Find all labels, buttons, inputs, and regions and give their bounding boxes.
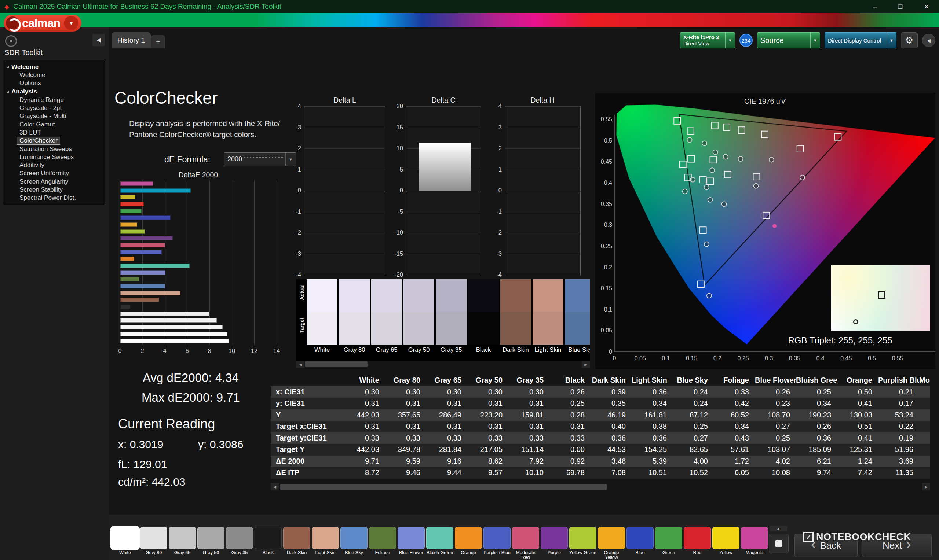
tab-history-1[interactable]: History 1 <box>111 32 151 48</box>
calman-logo-menu[interactable]: calman ▼ <box>4 15 82 32</box>
results-table: WhiteGray 80Gray 65Gray 50Gray 35BlackDa… <box>271 375 930 478</box>
bottom-swatch-yellow[interactable]: Yellow <box>712 527 740 560</box>
sidebar-item-label: Additivity <box>19 162 45 169</box>
sidebar-item-dynamic-range[interactable]: Dynamic Range <box>3 96 105 104</box>
svg-text:0: 0 <box>613 355 616 362</box>
scroll-left-icon[interactable]: ◀ <box>271 483 279 490</box>
bottom-swatch-orange[interactable]: Orange <box>455 527 482 560</box>
sidebar-item-screen-uniformity[interactable]: Screen Uniformity <box>3 169 105 177</box>
axis-tick-label: 12 <box>249 348 260 354</box>
sidebar-item-additivity[interactable]: Additivity <box>3 161 105 169</box>
tree-group-analysis: AnalysisDynamic RangeGrayscale - 2ptGray… <box>3 88 105 202</box>
close-button[interactable]: ✕ <box>924 3 930 11</box>
bottom-swatch-bluish-green[interactable]: Bluish Green <box>426 527 453 560</box>
collapse-up-icon[interactable]: ▲ <box>769 526 787 531</box>
delta-h-title: Delta H <box>498 96 586 105</box>
sidebar-item-screen-stability[interactable]: Screen Stability <box>3 186 105 194</box>
swatch-color <box>312 527 339 549</box>
table-scrollbar[interactable]: ◀ ▶ <box>271 483 930 490</box>
tree-parent-analysis[interactable]: Analysis <box>3 88 105 96</box>
sidebar-item-colorchecker[interactable]: ColorChecker <box>3 137 105 145</box>
minimize-button[interactable]: – <box>873 3 877 11</box>
sidebar-item-saturation-sweeps[interactable]: Saturation Sweeps <box>3 145 105 153</box>
current-reading-x: x: 0.3019 <box>118 438 163 451</box>
bottom-swatch-moderate-red[interactable]: Moderate Red <box>512 527 539 560</box>
bottom-swatch-light-skin[interactable]: Light Skin <box>312 527 339 560</box>
table-cell: 161.81 <box>632 409 673 421</box>
logo-chevron-down-icon[interactable]: ▼ <box>64 16 79 30</box>
sidebar-item-spectral-power-dist[interactable]: Spectral Power Dist. <box>3 194 105 202</box>
source-dropdown[interactable]: Source ▼ <box>757 32 820 48</box>
sidebar-item-3d-lut[interactable]: 3D LUT <box>3 129 105 137</box>
table-cell: 0.24 <box>673 386 714 398</box>
titlebar: ◆ Calman 2025 Calman Ultimate for Busine… <box>0 0 939 13</box>
bottom-swatch-foliage[interactable]: Foliage <box>369 527 396 560</box>
bottom-swatch-purplish-blue[interactable]: Purplish Blue <box>483 527 510 560</box>
table-cell: 0.31 <box>344 421 385 432</box>
sidebar-item-welcome[interactable]: Welcome <box>3 71 105 79</box>
panel-toggle-button[interactable]: ◀ <box>922 34 935 47</box>
table-cell: 0.33 <box>385 432 426 444</box>
sidebar-item-label: Luminance Sweeps <box>19 154 74 161</box>
bottom-swatch-blue-sky[interactable]: Blue Sky <box>341 527 367 560</box>
session-options-button[interactable] <box>5 35 17 47</box>
back-button[interactable]: ‹ Back <box>794 534 857 557</box>
swatch-color <box>197 527 225 549</box>
bottom-swatch-purple[interactable]: Purple <box>541 527 568 560</box>
table-cell: 0.31 <box>508 421 549 432</box>
sidebar-item-grayscale-multi[interactable]: Grayscale - Multi <box>3 112 105 120</box>
table-cell: 3.69 <box>878 455 919 467</box>
delta-c-axis: 20151050-5-10-15-20 <box>389 106 405 275</box>
table-cell: 8.72 <box>344 467 385 478</box>
bottom-swatch-gray-80[interactable]: Gray 80 <box>140 527 167 560</box>
sidebar-collapse-button[interactable]: ◀ <box>93 34 105 46</box>
de-bar-gray-65 <box>120 325 223 329</box>
svg-text:0.05: 0.05 <box>635 355 646 362</box>
meter-dropdown[interactable]: X-Rite i1Pro 2 Direct View ▼ <box>680 32 735 48</box>
bottom-swatch-blue[interactable]: Blue <box>626 527 654 560</box>
swatch-color <box>598 527 625 549</box>
bottom-swatch-gray-65[interactable]: Gray 65 <box>169 527 196 560</box>
gear-icon[interactable]: ⚙ <box>901 32 918 48</box>
sidebar-item-screen-angularity[interactable]: Screen Angularity <box>3 178 105 186</box>
table-cell: 0.41 <box>837 398 878 409</box>
bottom-swatch-blue-flower[interactable]: Blue Flower <box>398 527 425 560</box>
patch-target-color <box>371 312 402 345</box>
swatch-label: Gray 35 <box>226 551 253 560</box>
bottom-swatch-red[interactable]: Red <box>684 527 711 560</box>
de-bar-blue-sky <box>120 284 165 288</box>
scrollbar-thumb[interactable] <box>280 484 607 490</box>
svg-text:0.4: 0.4 <box>816 355 824 362</box>
sidebar-item-color-gamut[interactable]: Color Gamut <box>3 120 105 128</box>
bottom-swatch-orange-yellow[interactable]: Orange Yellow <box>598 527 625 560</box>
sidebar-item-grayscale-2pt[interactable]: Grayscale - 2pt <box>3 104 105 112</box>
bottom-swatch-magenta[interactable]: Magenta <box>741 527 768 560</box>
measure-stop-button[interactable] <box>769 534 789 554</box>
display-control-dropdown[interactable]: Direct Display Control ▼ <box>825 32 896 48</box>
bottom-swatch-green[interactable]: Green <box>655 527 682 560</box>
de-formula-dropdown[interactable]: 2000 ▼ <box>224 152 296 166</box>
maximize-button[interactable]: □ <box>898 3 902 11</box>
sidebar-item-options[interactable]: Options <box>3 79 105 87</box>
dropdown-arrow-icon: ▼ <box>725 32 735 48</box>
tree-group-welcome: WelcomeWelcomeOptions <box>3 63 105 88</box>
bottom-swatch-dark-skin[interactable]: Dark Skin <box>283 527 310 560</box>
cie-measured-point <box>754 184 759 188</box>
next-button[interactable]: Next › <box>862 534 932 557</box>
sidebar-item-luminance-sweeps[interactable]: Luminance Sweeps <box>3 153 105 161</box>
scroll-left-icon[interactable]: ◀ <box>296 361 304 368</box>
bottom-swatch-gray-35[interactable]: Gray 35 <box>226 527 253 560</box>
gridline <box>304 170 385 170</box>
bottom-swatch-yellow-green[interactable]: Yellow Green <box>569 527 597 560</box>
tree-parent-welcome[interactable]: Welcome <box>3 63 105 71</box>
bottom-swatch-gray-50[interactable]: Gray 50 <box>197 527 225 560</box>
swatch-strip-scrollbar[interactable]: ◀ ▶ <box>296 361 590 368</box>
bottom-swatch-white[interactable]: White <box>111 527 139 560</box>
bottom-swatch-black[interactable]: Black <box>254 527 282 560</box>
table-cell: 223.20 <box>467 409 508 421</box>
add-tab-button[interactable]: + <box>151 35 165 48</box>
scrollbar-thumb[interactable] <box>305 362 367 367</box>
scroll-right-icon[interactable]: ▶ <box>582 361 590 368</box>
scroll-right-icon[interactable]: ▶ <box>922 483 930 490</box>
results-table-wrap: WhiteGray 80Gray 65Gray 50Gray 35BlackDa… <box>271 375 930 482</box>
